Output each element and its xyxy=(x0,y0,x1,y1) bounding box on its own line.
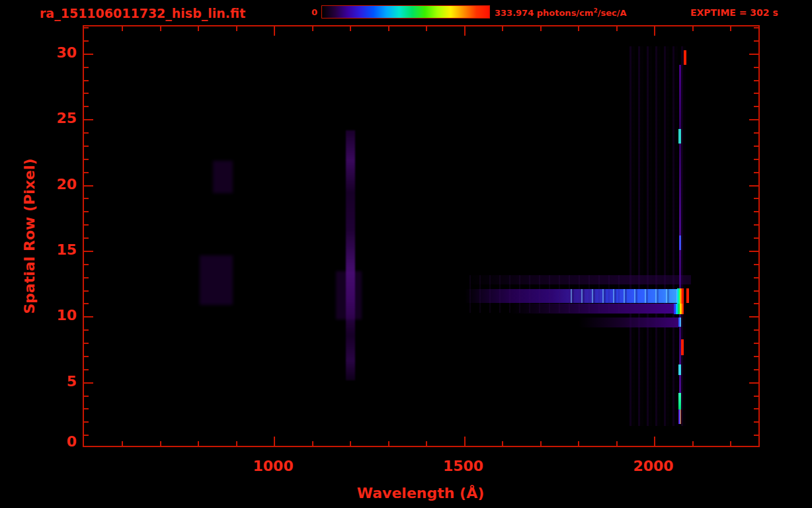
line-seg-cyan-row23.7 xyxy=(678,129,680,144)
y-minor-tick xyxy=(754,132,758,134)
continuum-columns-2000A xyxy=(626,46,686,426)
y-minor-tick xyxy=(754,80,758,81)
x-minor-tick xyxy=(692,441,694,446)
x-major-tick xyxy=(464,26,466,36)
x-major-tick xyxy=(464,437,466,446)
y-major-tick xyxy=(749,119,758,120)
y-minor-tick xyxy=(754,106,758,107)
x-minor-tick xyxy=(122,441,123,446)
y-minor-tick xyxy=(754,172,758,173)
x-tick-label: 1000 xyxy=(227,458,319,474)
y-minor-tick xyxy=(84,237,89,239)
y-tick-label: 25 xyxy=(24,110,77,126)
y-minor-tick xyxy=(754,435,758,436)
y-tick-label: 10 xyxy=(24,307,77,323)
colorbar-min-label: 0 xyxy=(304,7,317,17)
y-minor-tick xyxy=(754,421,758,423)
y-minor-tick xyxy=(84,435,89,436)
y-minor-tick xyxy=(84,27,89,28)
x-minor-tick xyxy=(502,26,503,31)
x-minor-tick xyxy=(730,26,731,31)
x-minor-tick xyxy=(502,441,503,446)
line-seg-cyan-row6 xyxy=(678,364,680,375)
y-minor-tick xyxy=(754,198,758,199)
y-minor-tick xyxy=(84,421,89,423)
x-minor-tick xyxy=(198,441,199,446)
y-major-tick xyxy=(84,185,93,187)
y-minor-tick xyxy=(754,277,758,278)
line-seg-red-row30 xyxy=(684,50,687,65)
x-axis-label: Wavelength (Å) xyxy=(341,485,500,501)
x-minor-tick xyxy=(388,441,389,446)
striation-rows10-13 xyxy=(465,275,628,314)
x-minor-tick xyxy=(160,441,161,446)
line-seg-bottom-row2.4 xyxy=(678,409,681,424)
line-seg-red-row7.7 xyxy=(681,339,684,355)
y-minor-tick xyxy=(754,93,758,94)
y-tick-label: 20 xyxy=(24,176,77,192)
y-major-tick xyxy=(749,382,758,384)
x-major-tick xyxy=(274,26,275,36)
y-tick-label: 0 xyxy=(24,433,77,450)
x-major-tick xyxy=(274,437,275,446)
x-minor-tick xyxy=(236,26,237,31)
y-major-tick xyxy=(749,251,758,252)
y-minor-tick xyxy=(84,172,89,173)
y-minor-tick xyxy=(754,40,758,42)
y-major-tick xyxy=(84,316,93,318)
plot-title: ra_151106011732_hisb_lin.fit xyxy=(40,6,245,21)
y-minor-tick xyxy=(84,224,89,226)
y-minor-tick xyxy=(84,40,89,42)
y-minor-tick xyxy=(84,264,89,265)
colorbar-gradient xyxy=(322,6,489,18)
y-minor-tick xyxy=(84,369,89,370)
y-minor-tick xyxy=(754,303,758,304)
y-minor-tick xyxy=(84,159,89,160)
x-minor-tick xyxy=(350,441,351,446)
x-minor-tick xyxy=(540,26,542,31)
y-minor-tick xyxy=(754,396,758,397)
y-minor-tick xyxy=(754,67,758,68)
streak-line-saturated-end xyxy=(677,288,684,304)
y-minor-tick xyxy=(84,132,89,134)
band-row9 xyxy=(579,318,678,327)
faint-blob-860A-rows19-22 xyxy=(213,161,233,194)
row10-line-saturated-end xyxy=(674,304,684,314)
spectrogram-viewer: ra_151106011732_hisb_lin.fit 0 333.974 p… xyxy=(0,0,812,508)
lyman-alpha-column xyxy=(346,130,355,380)
y-minor-tick xyxy=(84,146,89,147)
y-minor-tick xyxy=(754,329,758,331)
y-minor-tick xyxy=(754,408,758,409)
colorbar xyxy=(321,5,490,19)
y-major-tick xyxy=(84,251,93,252)
faint-blob-860A-rows11-14 xyxy=(200,255,233,306)
y-minor-tick xyxy=(754,237,758,239)
y-minor-tick xyxy=(754,264,758,265)
line-seg-blue-row9.5 xyxy=(678,318,682,327)
y-major-tick xyxy=(749,185,758,187)
y-minor-tick xyxy=(754,224,758,226)
x-minor-tick xyxy=(540,441,542,446)
y-minor-tick xyxy=(84,343,89,344)
y-minor-tick xyxy=(84,198,89,199)
line-seg-green-row3.6 xyxy=(678,393,681,410)
y-major-tick xyxy=(749,316,758,318)
y-tick-label: 15 xyxy=(24,241,77,258)
x-major-tick xyxy=(654,437,655,446)
y-minor-tick xyxy=(754,356,758,357)
x-minor-tick xyxy=(426,441,427,446)
x-minor-tick xyxy=(312,26,313,31)
y-minor-tick xyxy=(754,211,758,212)
y-minor-tick xyxy=(754,146,758,147)
x-minor-tick xyxy=(692,26,694,31)
y-minor-tick xyxy=(84,211,89,212)
red-tick-row11.6 xyxy=(686,288,690,304)
x-minor-tick xyxy=(198,26,199,31)
y-major-tick xyxy=(84,119,93,120)
y-minor-tick xyxy=(84,396,89,397)
x-minor-tick xyxy=(122,26,123,31)
colorbar-max-label: 333.974 photons/cm2/sec/A xyxy=(495,7,626,18)
y-minor-tick xyxy=(84,290,89,292)
y-minor-tick xyxy=(84,106,89,107)
exptime-label: EXPTIME = 302 s xyxy=(690,7,778,18)
